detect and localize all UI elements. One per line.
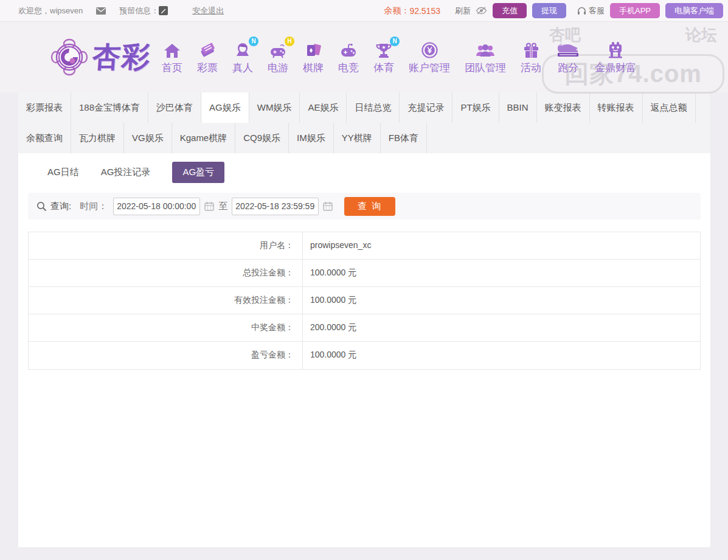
- top-bar-right: 余额： 92.5153 刷新 充值 提现 客服 手机APP 电脑客户端: [384, 3, 723, 18]
- tab-balance-query[interactable]: 余额查询: [18, 123, 71, 153]
- edit-icon[interactable]: [159, 6, 168, 15]
- tab-cq9[interactable]: CQ9娱乐: [235, 123, 289, 153]
- main-panel: 彩票报表 188金宝博体育 沙巴体育 AG娱乐 WM娱乐 AE娱乐 日结总览 充…: [18, 92, 710, 547]
- slots-gamepad-icon: H: [269, 40, 287, 58]
- row-label: 中奖金额：: [29, 314, 303, 341]
- pc-client-button[interactable]: 电脑客户端: [665, 3, 723, 18]
- end-time-input[interactable]: [232, 198, 319, 215]
- table-row: 有效投注金额： 100.0000 元: [29, 287, 700, 314]
- nav-item-sports[interactable]: N 体育: [366, 40, 401, 75]
- withdraw-button[interactable]: 提现: [532, 3, 566, 18]
- subtab-ag-profit[interactable]: AG盈亏: [172, 162, 224, 183]
- tab-im[interactable]: IM娱乐: [289, 123, 334, 153]
- report-tabbar: 彩票报表 188金宝博体育 沙巴体育 AG娱乐 WM娱乐 AE娱乐 日结总览 充…: [18, 92, 710, 153]
- new-badge: N: [249, 36, 258, 46]
- nav-item-lottery[interactable]: 彩票: [190, 40, 225, 75]
- row-label: 盈亏金额：: [29, 342, 303, 369]
- gift-icon: [523, 40, 539, 58]
- recharge-button[interactable]: 充值: [493, 3, 527, 18]
- time-label: 时间：: [80, 201, 107, 212]
- message-envelope-icon[interactable]: [96, 7, 106, 15]
- refresh-link[interactable]: 刷新: [455, 5, 471, 16]
- table-row: 中奖金额： 200.0000 元: [29, 314, 700, 342]
- nav-item-live[interactable]: N 真人: [225, 40, 260, 75]
- cards-icon: [305, 40, 321, 58]
- tab-account-change[interactable]: 账变报表: [537, 92, 590, 123]
- tab-ae[interactable]: AE娱乐: [300, 92, 347, 123]
- tab-deposit-withdraw[interactable]: 充提记录: [400, 92, 452, 123]
- nav-item-paofen[interactable]: 跑分: [549, 40, 588, 75]
- nav-item-home[interactable]: 首页: [154, 40, 190, 75]
- tab-lottery-report[interactable]: 彩票报表: [18, 92, 71, 123]
- query-toolbar: 查询: 时间： 至 查 询: [28, 193, 701, 220]
- row-label: 总投注金额：: [29, 260, 303, 286]
- headset-icon: [577, 7, 586, 15]
- rhino-icon: [556, 40, 580, 58]
- nav-item-jinding[interactable]: 金鼎财富: [588, 40, 643, 75]
- nav-item-account[interactable]: 账户管理: [401, 40, 457, 75]
- row-value: 100.0000 元: [303, 287, 356, 314]
- hot-badge: H: [285, 36, 294, 46]
- eye-slash-icon[interactable]: [476, 7, 487, 15]
- home-icon: [164, 40, 181, 58]
- tab-yy[interactable]: YY棋牌: [334, 123, 381, 153]
- tab-pt[interactable]: PT娱乐: [452, 92, 499, 123]
- query-label: 查询:: [50, 201, 71, 212]
- top-bar: 欢迎您，wipseven 预留信息： 安全退出 余额： 92.5153 刷新 充…: [0, 0, 728, 22]
- tab-shaba-sports[interactable]: 沙巴体育: [148, 92, 201, 123]
- to-label: 至: [218, 201, 227, 212]
- search-icon: [36, 201, 47, 212]
- mobile-app-button[interactable]: 手机APP: [610, 3, 660, 18]
- tab-daily-overview[interactable]: 日结总览: [347, 92, 400, 123]
- subtab-ag-bets[interactable]: AG投注记录: [101, 162, 151, 183]
- tab-transfer-report[interactable]: 转账报表: [590, 92, 643, 123]
- live-person-icon: N: [234, 40, 251, 58]
- watermark-right: 论坛: [685, 24, 717, 46]
- logo-flower-icon: [50, 38, 89, 77]
- tab-content: AG日结 AG投注记录 AG盈亏 查询: 时间： 至 查 询 用户名：: [18, 153, 710, 547]
- tab-bbin[interactable]: BBIN: [499, 92, 537, 123]
- tab-row-2: 余额查询 瓦力棋牌 VG娱乐 Kgame棋牌 CQ9娱乐 IM娱乐 YY棋牌 F…: [18, 123, 710, 153]
- table-row: 盈亏金额： 100.0000 元: [29, 342, 700, 369]
- tab-fb[interactable]: FB体育: [381, 123, 427, 153]
- row-value: prowipseven_xc: [303, 232, 371, 259]
- trophy-icon: N: [375, 40, 392, 58]
- tab-ag[interactable]: AG娱乐: [201, 92, 249, 123]
- nav-item-team[interactable]: 团队管理: [457, 40, 513, 75]
- table-row: 用户名： prowipseven_xc: [29, 232, 700, 260]
- customer-service-label: 客服: [589, 5, 605, 16]
- tab-vg[interactable]: VG娱乐: [124, 123, 172, 153]
- tab-188-sports[interactable]: 188金宝博体育: [71, 92, 148, 123]
- welcome-text: 欢迎您，wipseven: [18, 5, 83, 16]
- ag-profit-table: 用户名： prowipseven_xc 总投注金额： 100.0000 元 有效…: [28, 232, 701, 370]
- nav-item-egames[interactable]: H 电游: [260, 40, 296, 75]
- row-label: 有效投注金额：: [29, 287, 303, 314]
- nav-item-promo[interactable]: 活动: [513, 40, 549, 75]
- tab-wm[interactable]: WM娱乐: [249, 92, 300, 123]
- safe-logout-link[interactable]: 安全退出: [192, 5, 224, 16]
- start-time-input[interactable]: [113, 198, 200, 215]
- row-value: 100.0000 元: [303, 342, 356, 369]
- cauldron-icon: [606, 40, 625, 58]
- coin-yuan-icon: [421, 40, 438, 58]
- reserved-info-label: 预留信息：: [119, 5, 159, 16]
- row-label: 用户名：: [29, 232, 303, 259]
- tab-row-1: 彩票报表 188金宝博体育 沙巴体育 AG娱乐 WM娱乐 AE娱乐 日结总览 充…: [18, 92, 710, 123]
- tab-wali[interactable]: 瓦力棋牌: [71, 123, 124, 153]
- esports-gamepad-icon: [339, 40, 358, 58]
- balance-label: 余额：: [384, 5, 409, 16]
- ag-subtabs: AG日结 AG投注记录 AG盈亏: [18, 153, 710, 183]
- subtab-ag-daily[interactable]: AG日结: [47, 162, 79, 183]
- query-submit-button[interactable]: 查 询: [344, 197, 395, 216]
- nav-item-cards[interactable]: 棋牌: [296, 40, 331, 75]
- tab-kgame[interactable]: Kgame棋牌: [172, 123, 236, 153]
- lottery-ticket-icon: [199, 40, 216, 58]
- table-row: 总投注金额： 100.0000 元: [29, 260, 700, 287]
- nav-item-esports[interactable]: 电竞: [331, 40, 366, 75]
- calendar-icon[interactable]: [323, 201, 333, 211]
- site-logo[interactable]: 杏彩: [50, 38, 151, 77]
- logo-text: 杏彩: [91, 38, 152, 76]
- customer-service[interactable]: 客服: [575, 5, 605, 16]
- calendar-icon[interactable]: [204, 201, 214, 211]
- tab-rebate-total[interactable]: 返点总额: [643, 92, 696, 123]
